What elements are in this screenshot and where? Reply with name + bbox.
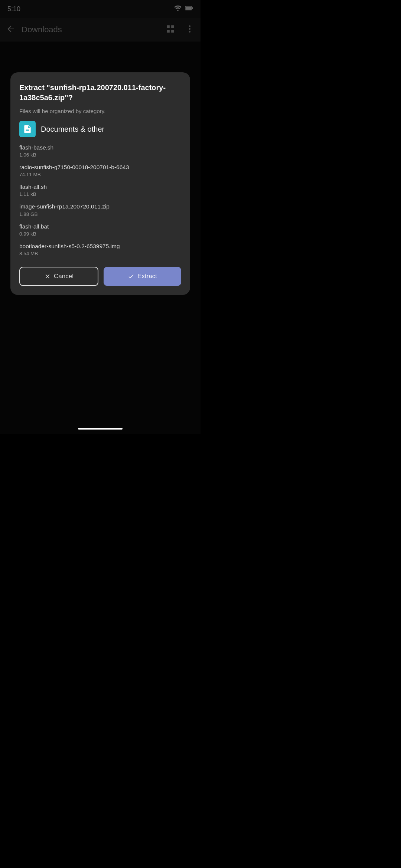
dialog-buttons: Cancel Extract	[19, 267, 181, 286]
file-size: 1.06 kB	[19, 152, 181, 158]
dialog-title: Extract "sunfish-rp1a.200720.011-factory…	[19, 83, 181, 103]
file-size: 8.54 MB	[19, 251, 181, 256]
dialog-subtitle: Files will be organized by category.	[19, 108, 181, 114]
file-item: flash-all.sh1.11 kB	[19, 183, 181, 197]
file-size: 74.11 MB	[19, 172, 181, 177]
file-size: 0.99 kB	[19, 231, 181, 237]
file-name: flash-all.bat	[19, 223, 181, 230]
category-label: Documents & other	[41, 125, 104, 134]
file-item: flash-all.bat0.99 kB	[19, 223, 181, 237]
home-indicator	[78, 428, 123, 430]
file-item: bootloader-sunfish-s5-0.2-6539975.img8.5…	[19, 243, 181, 256]
file-size: 1.88 GB	[19, 211, 181, 217]
file-item: radio-sunfish-g7150-00018-200701-b-66437…	[19, 164, 181, 177]
file-list: flash-base.sh1.06 kBradio-sunfish-g7150-…	[19, 144, 181, 256]
file-name: bootloader-sunfish-s5-0.2-6539975.img	[19, 243, 181, 250]
extract-label: Extract	[137, 273, 157, 280]
category-header: Documents & other	[19, 121, 181, 137]
file-name: flash-base.sh	[19, 144, 181, 151]
extract-button[interactable]: Extract	[104, 267, 181, 286]
cancel-label: Cancel	[54, 273, 74, 280]
file-item: image-sunfish-rp1a.200720.011.zip1.88 GB	[19, 203, 181, 217]
file-name: image-sunfish-rp1a.200720.011.zip	[19, 203, 181, 210]
file-name: radio-sunfish-g7150-00018-200701-b-6643	[19, 164, 181, 171]
file-size: 1.11 kB	[19, 191, 181, 197]
cancel-button[interactable]: Cancel	[19, 267, 98, 286]
file-item: flash-base.sh1.06 kB	[19, 144, 181, 158]
extract-dialog: Extract "sunfish-rp1a.200720.011-factory…	[10, 72, 190, 295]
file-name: flash-all.sh	[19, 183, 181, 191]
documents-category-icon	[19, 121, 36, 137]
